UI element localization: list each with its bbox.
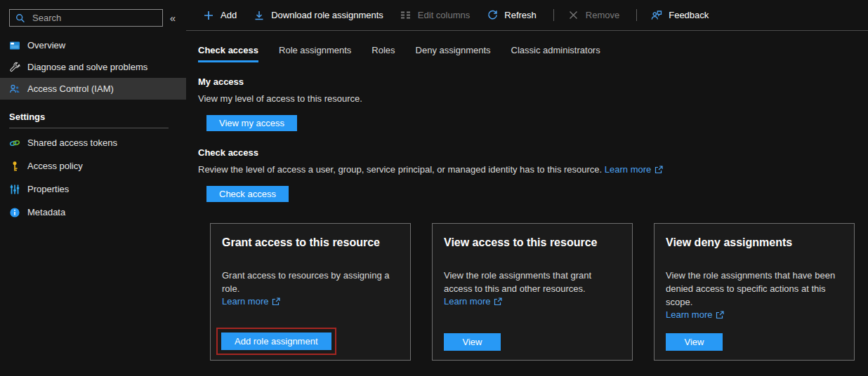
check-access-learn-more-link[interactable]: Learn more xyxy=(605,164,663,175)
remove-label: Remove xyxy=(586,10,619,20)
card-description: View the role assignments that grant acc… xyxy=(444,269,621,295)
sidebar-item-label: Access Control (IAM) xyxy=(27,83,114,94)
card-description: Grant access to resources by assigning a… xyxy=(222,269,399,295)
edit-columns-button[interactable]: Edit columns xyxy=(400,10,470,21)
card-action-row: View xyxy=(666,333,843,351)
settings-divider xyxy=(9,128,169,128)
sidebar-item-label: Access policy xyxy=(27,161,83,171)
grant-access-learn-more-link[interactable]: Learn more xyxy=(222,296,399,307)
sidebar-item-label: Diagnose and solve problems xyxy=(27,62,147,72)
feedback-icon xyxy=(651,10,662,21)
sidebar-item-overview[interactable]: Overview xyxy=(0,34,186,56)
check-access-description: Review the level of access a user, group… xyxy=(198,164,855,175)
sidebar-item-label: Metadata xyxy=(27,207,65,217)
sidebar-item-access-control-iam[interactable]: Access Control (IAM) xyxy=(0,78,186,100)
card-action-row: Add role assignment xyxy=(222,328,399,351)
tab-classic-administrators[interactable]: Classic administrators xyxy=(511,45,600,62)
toolbar-separator xyxy=(553,9,554,21)
card-title: View deny assignments xyxy=(666,236,843,250)
sidebar-collapse-button[interactable]: « xyxy=(163,12,183,24)
my-access-description: View my level of access to this resource… xyxy=(198,93,855,105)
toolbar-separator xyxy=(636,9,637,21)
sidebar-item-metadata[interactable]: Metadata xyxy=(0,201,186,224)
view-access-view-button[interactable]: View xyxy=(444,333,501,351)
grant-access-card: Grant access to this resource Grant acce… xyxy=(210,223,411,361)
learn-more-label: Learn more xyxy=(605,164,651,175)
tab-deny-assignments[interactable]: Deny assignments xyxy=(416,45,491,62)
check-access-button[interactable]: Check access xyxy=(206,186,289,202)
view-access-learn-more-link[interactable]: Learn more xyxy=(444,296,621,307)
download-label: Download role assignments xyxy=(271,10,383,20)
card-action-row: View xyxy=(444,333,621,351)
refresh-icon xyxy=(487,10,498,21)
overview-icon xyxy=(9,40,20,51)
feedback-label: Feedback xyxy=(669,10,709,20)
add-role-assignment-button[interactable]: Add role assignment xyxy=(221,333,331,350)
command-bar: Add Download role assignments Edit colum… xyxy=(186,0,868,31)
card-title: Grant access to this resource xyxy=(222,236,399,250)
tab-role-assignments[interactable]: Role assignments xyxy=(279,45,351,62)
access-control-iam-page: « Overview Diagnose and solve problems A… xyxy=(0,0,868,376)
deny-assignments-view-button[interactable]: View xyxy=(666,333,723,351)
external-link-icon xyxy=(272,297,280,306)
people-icon xyxy=(9,83,20,95)
deny-assignments-learn-more-link[interactable]: Learn more xyxy=(666,309,843,320)
sidebar-item-label: Overview xyxy=(27,40,65,51)
learn-more-label: Learn more xyxy=(222,296,268,307)
sidebar-nav: Overview Diagnose and solve problems Acc… xyxy=(0,34,186,100)
edit-columns-icon xyxy=(400,10,412,21)
my-access-section: My access View my level of access to thi… xyxy=(198,76,855,131)
external-link-icon xyxy=(494,297,502,306)
sidebar-settings-nav: Shared access tokens Access policy Prope… xyxy=(0,131,186,224)
external-link-icon xyxy=(655,166,663,174)
download-role-assignments-button[interactable]: Download role assignments xyxy=(254,10,383,21)
add-button[interactable]: Add xyxy=(203,10,237,21)
sidebar-item-diagnose[interactable]: Diagnose and solve problems xyxy=(0,56,186,78)
sidebar-search-box[interactable] xyxy=(9,9,163,27)
feedback-button[interactable]: Feedback xyxy=(651,10,709,21)
access-cards-row: Grant access to this resource Grant acce… xyxy=(210,223,855,361)
card-description: View the role assignments that have been… xyxy=(666,269,843,309)
tab-bar: Check access Role assignments Roles Deny… xyxy=(186,31,868,62)
sidebar-item-shared-access-tokens[interactable]: Shared access tokens xyxy=(0,131,186,154)
view-my-access-button[interactable]: View my access xyxy=(206,115,297,131)
main-pane: Add Download role assignments Edit colum… xyxy=(186,0,868,376)
chain-link-icon xyxy=(9,137,20,149)
key-icon xyxy=(9,161,20,172)
refresh-button[interactable]: Refresh xyxy=(487,10,537,21)
view-access-card: View access to this resource View the ro… xyxy=(432,223,633,361)
view-deny-assignments-card: View deny assignments View the role assi… xyxy=(654,223,855,361)
check-access-tab-content: My access View my level of access to thi… xyxy=(186,62,868,376)
refresh-label: Refresh xyxy=(504,10,537,20)
sidebar-item-access-policy[interactable]: Access policy xyxy=(0,154,186,177)
card-title: View access to this resource xyxy=(444,236,621,250)
check-access-section: Check access Review the level of access … xyxy=(198,147,855,202)
my-access-title: My access xyxy=(198,76,855,87)
search-input[interactable] xyxy=(31,12,157,24)
info-icon xyxy=(9,207,20,218)
sidebar-item-label: Shared access tokens xyxy=(27,137,117,148)
search-icon xyxy=(15,13,26,24)
edit-columns-label: Edit columns xyxy=(418,10,470,20)
x-icon xyxy=(568,10,579,21)
settings-section-header: Settings xyxy=(0,100,186,128)
red-annotation-box: Add role assignment xyxy=(216,328,336,355)
external-link-icon xyxy=(716,311,724,319)
sliders-icon xyxy=(9,184,20,195)
learn-more-label: Learn more xyxy=(666,309,712,320)
wrench-icon xyxy=(9,62,20,73)
resource-sidebar: « Overview Diagnose and solve problems A… xyxy=(0,0,186,376)
sidebar-item-properties[interactable]: Properties xyxy=(0,177,186,201)
tab-check-access[interactable]: Check access xyxy=(198,45,258,62)
plus-icon xyxy=(203,10,214,21)
check-access-description-text: Review the level of access a user, group… xyxy=(198,164,602,175)
sidebar-search-row: « xyxy=(0,9,186,27)
sidebar-item-label: Properties xyxy=(27,184,69,194)
check-access-title: Check access xyxy=(198,147,855,158)
remove-button[interactable]: Remove xyxy=(568,10,619,21)
add-label: Add xyxy=(221,10,237,20)
tab-roles[interactable]: Roles xyxy=(371,45,395,62)
download-icon xyxy=(254,10,265,21)
learn-more-label: Learn more xyxy=(444,296,490,307)
